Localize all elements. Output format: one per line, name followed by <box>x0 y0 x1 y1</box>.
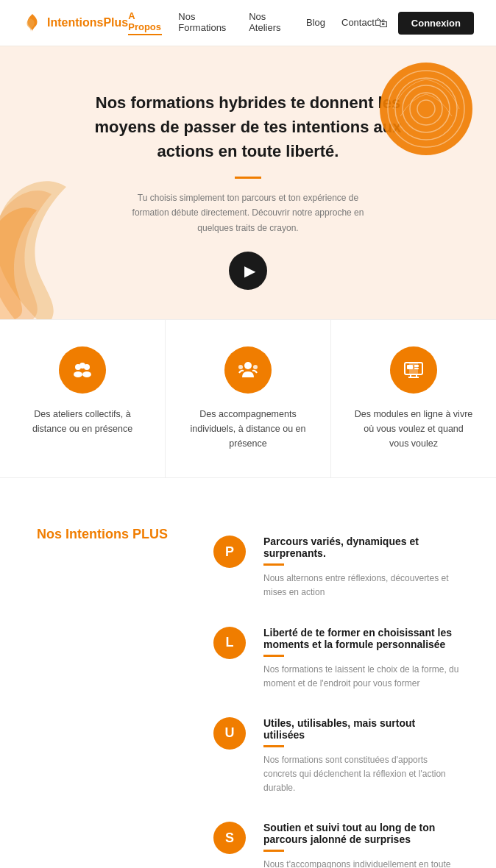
nav-link-contact[interactable]: Contact <box>341 17 375 29</box>
intentions-list: P Parcours variés, dynamiques et surpren… <box>213 522 459 868</box>
svg-point-10 <box>82 371 91 377</box>
feature-icon-3 <box>390 346 437 394</box>
intention-divider-s <box>263 850 284 852</box>
svg-rect-19 <box>407 365 413 369</box>
intentions-section: Nos Intentions PLUS P Parcours variés, d… <box>0 478 496 868</box>
intention-desc-u: Nos formations sont constituées d'apport… <box>263 753 459 796</box>
features-section: Des ateliers collectifs, à distance ou e… <box>0 319 496 478</box>
intention-item-l: L Liberté de te former en choisissant le… <box>213 613 459 704</box>
hero-subtitle: Tu choisis simplement ton parcours et to… <box>123 191 373 235</box>
nav-link-apropos[interactable]: A Propos <box>128 10 162 35</box>
intention-circle-u: U <box>213 717 246 750</box>
intention-circle-s: S <box>213 822 246 854</box>
feature-text-1: Des ateliers collectifs, à distance ou e… <box>22 407 143 436</box>
intention-desc-l: Nos formations te laissent le choix de l… <box>263 663 459 691</box>
svg-rect-20 <box>414 365 419 367</box>
svg-point-12 <box>238 365 243 369</box>
hero-circle-decoration <box>378 61 474 157</box>
intention-desc-p: Nous alternons entre réflexions, découve… <box>263 572 459 600</box>
intention-item-s: S Soutien et suivi tout au long de ton p… <box>213 808 459 868</box>
handshake-icon <box>236 358 260 382</box>
logo-text: IntentionsPlus <box>47 16 128 29</box>
intention-divider-u <box>263 745 284 747</box>
intention-content-s: Soutien et suivi tout au long de ton par… <box>263 822 459 868</box>
feature-icon-1 <box>59 346 106 394</box>
login-button[interactable]: Connexion <box>398 12 474 35</box>
play-icon: ▶ <box>244 262 255 280</box>
feature-text-3: Des modules en ligne à vivre où vous vou… <box>353 407 474 451</box>
intention-title-u: Utiles, utilisables, mais surtout utilis… <box>263 717 459 741</box>
logo-icon <box>22 13 43 33</box>
cart-icon[interactable]: 🛍 <box>375 15 388 31</box>
intention-divider-p <box>263 563 284 566</box>
intention-content-p: Parcours variés, dynamiques et surprenan… <box>263 536 459 600</box>
feature-card-2: Des accompagnements individuels, à dista… <box>166 320 331 477</box>
nav-actions: 🛍 Connexion <box>375 12 474 35</box>
svg-point-11 <box>244 362 252 369</box>
logo[interactable]: IntentionsPlus <box>22 13 128 33</box>
navbar: IntentionsPlus A Propos Nos Formations N… <box>0 0 496 46</box>
feature-text-2: Des accompagnements individuels, à dista… <box>188 407 308 451</box>
intention-item-u: U Utiles, utilisables, mais surtout util… <box>213 704 459 809</box>
hero-divider <box>235 177 261 179</box>
intention-content-u: Utiles, utilisables, mais surtout utilis… <box>263 717 459 796</box>
svg-rect-21 <box>414 368 419 369</box>
hero-leaf-decoration <box>0 172 88 319</box>
intention-title-p: Parcours variés, dynamiques et surprenan… <box>263 536 459 559</box>
svg-point-13 <box>253 365 258 369</box>
intention-desc-s: Nous t'accompagnons individuellement en … <box>263 858 459 868</box>
svg-point-0 <box>380 63 472 155</box>
nav-link-ateliers[interactable]: Nos Ateliers <box>249 11 290 35</box>
hero-play-button[interactable]: ▶ <box>229 252 267 290</box>
intention-content-l: Liberté de te former en choisissant les … <box>263 627 459 691</box>
intention-divider-l <box>263 655 284 657</box>
svg-point-9 <box>74 371 82 377</box>
feature-card-3: Des modules en ligne à vivre où vous vou… <box>331 320 496 477</box>
monitor-icon <box>402 358 425 382</box>
intention-title-l: Liberté de te former en choisissant les … <box>263 627 459 650</box>
intention-item-p: P Parcours variés, dynamiques et surpren… <box>213 522 459 613</box>
hero-section: Nos formations hybrides te donnent les m… <box>0 46 496 319</box>
feature-card-1: Des ateliers collectifs, à distance ou e… <box>0 320 166 477</box>
nav-link-formations[interactable]: Nos Formations <box>178 11 233 35</box>
svg-point-8 <box>79 363 85 369</box>
group-icon <box>71 358 94 382</box>
intention-title-s: Soutien et suivi tout au long de ton par… <box>263 822 459 845</box>
nav-links: A Propos Nos Formations Nos Ateliers Blo… <box>128 10 375 35</box>
intentions-title: Nos Intentions PLUS <box>37 522 169 542</box>
feature-icon-2 <box>224 346 272 394</box>
intention-circle-p: P <box>213 536 246 568</box>
nav-link-blog[interactable]: Blog <box>306 17 325 29</box>
hero-title: Nos formations hybrides te donnent les m… <box>71 90 425 163</box>
intention-circle-l: L <box>213 627 246 659</box>
